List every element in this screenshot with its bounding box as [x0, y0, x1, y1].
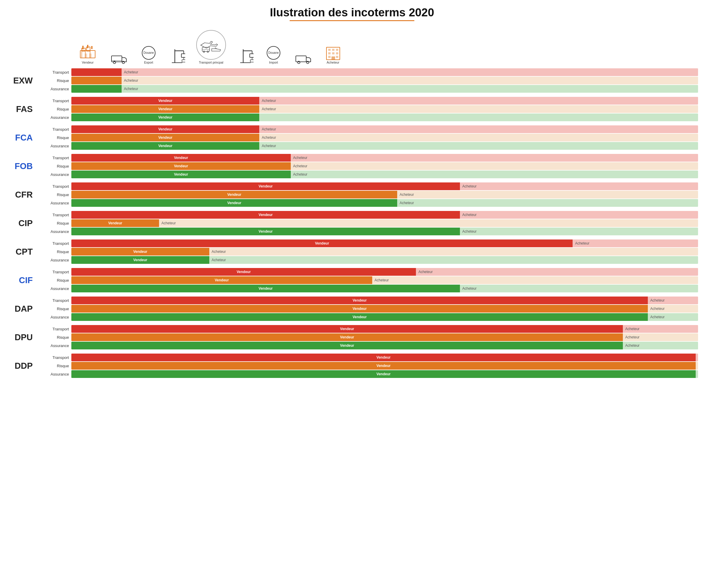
group-separator — [6, 94, 698, 97]
svg-rect-46 — [332, 52, 335, 54]
bar-row-fca-risque: RisqueVendeurAcheteur — [36, 134, 698, 141]
bar-vendor-fob-risque: Vendeur — [71, 162, 291, 170]
row-label-fob-transport: Transport — [36, 156, 71, 160]
bar-vendor-cpt-risque: Vendeur — [71, 248, 209, 256]
bar-buyer-cip-risque: Acheteur — [159, 219, 698, 227]
row-label-cfr-assurance: Assurance — [36, 201, 71, 205]
row-label-cpt-assurance: Assurance — [36, 258, 71, 262]
bar-vendor-dap-risque: Vendeur — [71, 305, 648, 313]
bar-vendor-cip-risque: Vendeur — [71, 219, 159, 227]
bar-buyer-dap-assurance: Acheteur — [648, 313, 698, 321]
icon-crane2 — [232, 48, 259, 64]
bar-vendor-dap-assurance: Vendeur — [71, 313, 648, 321]
svg-text:Douane: Douane — [268, 51, 279, 54]
icon-crane1 — [164, 48, 190, 64]
bar-buyer-fas-risque: Acheteur — [259, 105, 698, 113]
row-label-exw-risque: Risque — [36, 78, 71, 83]
bar-row-dpu-assurance: AssuranceVendeurAcheteur — [36, 342, 698, 349]
row-label-cip-transport: Transport — [36, 213, 71, 217]
bar-vendor-cfr-assurance: Vendeur — [71, 199, 397, 207]
bar-vendor-fca-risque: Vendeur — [71, 134, 259, 141]
bar-track-cpt-transport: VendeurAcheteur — [71, 240, 698, 247]
bar-buyer-exw-assurance: Acheteur — [122, 85, 698, 93]
incoterm-label-ddp: DDP — [6, 353, 36, 378]
incoterm-group-cip: CIPTransportVendeurAcheteurRisqueVendeur… — [6, 211, 698, 235]
row-label-cfr-risque: Risque — [36, 193, 71, 197]
bar-buyer-cif-risque: Acheteur — [372, 276, 698, 284]
bar-row-cpt-transport: TransportVendeurAcheteur — [36, 240, 698, 247]
svg-rect-45 — [328, 52, 331, 54]
row-label-cip-assurance: Assurance — [36, 230, 71, 234]
bar-track-cfr-risque: VendeurAcheteur — [71, 191, 698, 198]
bar-vendor-cif-assurance: Vendeur — [71, 285, 460, 292]
bar-track-cif-assurance: VendeurAcheteur — [71, 285, 698, 292]
row-label-dpu-assurance: Assurance — [36, 343, 71, 348]
incoterm-rows-cpt: TransportVendeurAcheteurRisqueVendeurAch… — [36, 240, 698, 264]
bar-buyer-exw-transport: Acheteur — [122, 68, 698, 76]
row-label-ddp-assurance: Assurance — [36, 372, 71, 377]
bar-row-cfr-risque: RisqueVendeurAcheteur — [36, 191, 698, 198]
row-label-ddp-transport: Transport — [36, 355, 71, 360]
incoterm-group-dpu: DPUTransportVendeurAcheteurRisqueVendeur… — [6, 325, 698, 349]
bar-vendor-exw-risque — [71, 77, 122, 84]
row-label-fob-risque: Risque — [36, 164, 71, 169]
svg-rect-22 — [182, 60, 185, 62]
bar-vendor-exw-assurance — [71, 85, 122, 93]
row-label-cpt-risque: Risque — [36, 250, 71, 254]
icon-acheteur: Acheteur — [318, 46, 348, 64]
incoterm-label-cfr: CFR — [6, 183, 36, 207]
bar-vendor-dpu-risque: Vendeur — [71, 333, 623, 341]
bar-track-dap-assurance: VendeurAcheteur — [71, 313, 698, 321]
row-label-fca-transport: Transport — [36, 127, 71, 132]
svg-rect-44 — [336, 49, 338, 51]
bar-track-cip-risque: VendeurAcheteur — [71, 219, 698, 227]
bar-buyer-cif-transport: Acheteur — [416, 268, 698, 276]
bar-buyer-dap-risque: Acheteur — [648, 305, 698, 313]
incoterm-rows-cfr: TransportVendeurAcheteurRisqueVendeurAch… — [36, 183, 698, 207]
icon-truck2 — [288, 52, 318, 64]
bar-track-fca-assurance: VendeurAcheteur — [71, 142, 698, 150]
svg-rect-9 — [87, 45, 88, 48]
bar-buyer-cfr-assurance: Acheteur — [397, 199, 698, 207]
bar-row-cif-transport: TransportVendeurAcheteur — [36, 268, 698, 276]
icon-vendeur-label: Vendeur — [82, 61, 93, 64]
bar-vendor-fob-transport: Vendeur — [71, 154, 291, 161]
bar-row-dap-transport: TransportVendeurAcheteur — [36, 297, 698, 304]
group-separator — [6, 351, 698, 353]
row-label-dap-transport: Transport — [36, 298, 71, 303]
svg-rect-49 — [336, 56, 338, 58]
bar-track-fob-risque: VendeurAcheteur — [71, 162, 698, 170]
group-separator — [6, 123, 698, 125]
svg-rect-6 — [85, 54, 87, 58]
group-separator — [6, 323, 698, 325]
svg-rect-38 — [296, 56, 306, 62]
bar-track-exw-assurance: Acheteur — [71, 85, 698, 93]
bar-row-fas-assurance: AssuranceVendeur — [36, 114, 698, 121]
bar-vendor-exw-transport — [71, 68, 122, 76]
icon-truck1 — [104, 52, 134, 64]
svg-point-27 — [207, 51, 209, 52]
bar-track-fas-transport: VendeurAcheteur — [71, 97, 698, 105]
bar-row-fca-transport: TransportVendeurAcheteur — [36, 125, 698, 133]
bar-track-dpu-risque: VendeurAcheteur — [71, 333, 698, 341]
incoterm-group-fas: FASTransportVendeurAcheteurRisqueVendeur… — [6, 97, 698, 121]
group-separator — [6, 294, 698, 297]
bar-vendor-ddp-transport: Vendeur — [71, 353, 696, 361]
row-label-fob-assurance: Assurance — [36, 172, 71, 177]
incoterm-label-cip: CIP — [6, 211, 36, 235]
row-label-cif-transport: Transport — [36, 270, 71, 274]
bar-row-dap-risque: RisqueVendeurAcheteur — [36, 305, 698, 313]
bar-vendor-dpu-assurance: Vendeur — [71, 342, 623, 349]
incoterm-label-fob: FOB — [6, 154, 36, 178]
bar-vendor-dap-transport: Vendeur — [71, 297, 648, 304]
bar-track-dpu-transport: VendeurAcheteur — [71, 325, 698, 333]
bar-row-cfr-transport: TransportVendeurAcheteur — [36, 183, 698, 190]
bar-buyer-cpt-transport: Acheteur — [573, 240, 698, 247]
icon-transport-label: Transport princpal — [199, 61, 223, 64]
bar-buyer-dpu-risque: Acheteur — [623, 333, 698, 341]
row-label-ddp-risque: Risque — [36, 364, 71, 368]
bar-buyer-ddp-assurance — [696, 370, 698, 378]
incoterm-group-exw: EXWTransportAcheteurRisqueAcheteurAssura… — [6, 68, 698, 93]
incoterm-rows-cip: TransportVendeurAcheteurRisqueVendeurAch… — [36, 211, 698, 235]
svg-rect-50 — [332, 56, 335, 60]
